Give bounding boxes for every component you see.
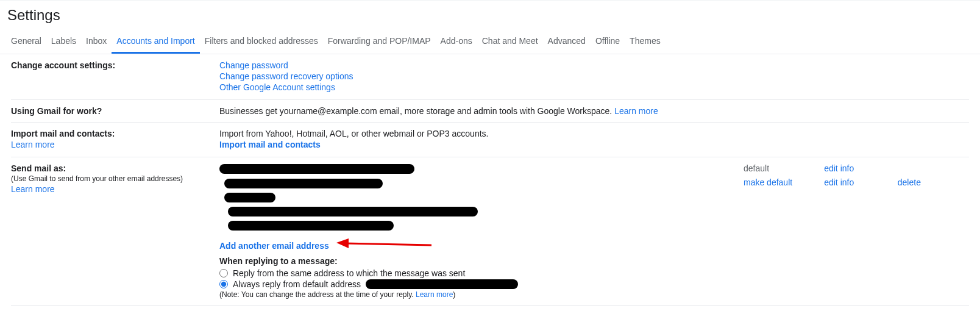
work-learn-more-link[interactable]: Learn more [614, 106, 658, 116]
tab-forwarding[interactable]: Forwarding and POP/IMAP [323, 29, 436, 54]
add-another-email-link[interactable]: Add another email address [219, 241, 329, 251]
tab-accounts[interactable]: Accounts and Import [112, 29, 199, 54]
send-as-row-2: make default edit info delete [219, 177, 969, 234]
reply-radio-default[interactable] [219, 280, 228, 288]
redacted-address-2d [228, 221, 394, 231]
edit-info-link-2[interactable]: edit info [824, 177, 854, 187]
tab-addons[interactable]: Add-ons [436, 29, 477, 54]
import-action-link[interactable]: Import mail and contacts [219, 140, 321, 149]
pointer-arrow-icon [335, 240, 427, 252]
reply-heading: When replying to a message: [219, 256, 969, 266]
tab-themes[interactable]: Themes [625, 29, 666, 54]
tab-labels[interactable]: Labels [46, 29, 81, 54]
reply-note-learn-more[interactable]: Learn more [416, 290, 453, 299]
tab-chat[interactable]: Chat and Meet [477, 29, 543, 54]
svg-line-0 [345, 243, 431, 245]
default-label: default [744, 163, 769, 173]
section-change-account: Change account settings: Change password… [11, 54, 969, 100]
reply-default-label: Always reply from default address [233, 279, 361, 289]
redacted-address-2b [224, 193, 275, 202]
reply-option-same[interactable]: Reply from the same address to which the… [219, 268, 969, 278]
redacted-address-2a [224, 179, 383, 188]
change-password-link[interactable]: Change password [219, 60, 288, 70]
tab-inbox[interactable]: Inbox [81, 29, 112, 54]
redacted-default-address [366, 279, 518, 289]
tab-offline[interactable]: Offline [591, 29, 625, 54]
send-as-row-1: default edit info [219, 163, 969, 177]
tab-filters[interactable]: Filters and blocked addresses [200, 29, 323, 54]
change-account-heading: Change account settings: [11, 60, 219, 93]
change-recovery-link[interactable]: Change password recovery options [219, 71, 353, 81]
page-title: Settings [0, 0, 980, 29]
reply-note-suffix: ) [453, 290, 455, 299]
section-work: Using Gmail for work? Businesses get you… [11, 100, 969, 123]
settings-tabs: GeneralLabelsInboxAccounts and ImportFil… [0, 29, 980, 54]
redacted-address-1 [219, 164, 414, 174]
work-heading: Using Gmail for work? [11, 106, 219, 116]
work-text: Businesses get yourname@example.com emai… [219, 106, 614, 116]
tab-general[interactable]: General [6, 29, 46, 54]
import-heading: Import mail and contacts: [11, 129, 115, 138]
make-default-link[interactable]: make default [744, 177, 792, 187]
tab-advanced[interactable]: Advanced [543, 29, 591, 54]
import-learn-more-link[interactable]: Learn more [11, 140, 219, 149]
redacted-address-2c [228, 207, 478, 216]
section-import: Import mail and contacts: Learn more Imp… [11, 123, 969, 157]
reply-option-default[interactable]: Always reply from default address [219, 279, 969, 289]
section-send-as: Send mail as: (Use Gmail to send from yo… [11, 157, 969, 306]
reply-same-label: Reply from the same address to which the… [233, 268, 465, 278]
send-as-heading: Send mail as: [11, 163, 66, 173]
import-desc: Import from Yahoo!, Hotmail, AOL, or oth… [219, 129, 969, 138]
reply-note: (Note: You can change the address at the… [219, 290, 969, 299]
reply-radio-same[interactable] [219, 269, 228, 277]
svg-marker-1 [336, 238, 349, 248]
edit-info-link-1[interactable]: edit info [824, 163, 854, 173]
other-settings-link[interactable]: Other Google Account settings [219, 82, 335, 92]
send-as-learn-more-link[interactable]: Learn more [11, 184, 219, 194]
reply-note-prefix: (Note: You can change the address at the… [219, 290, 416, 299]
send-as-sub: (Use Gmail to send from your other email… [11, 174, 219, 183]
delete-link[interactable]: delete [898, 177, 921, 187]
